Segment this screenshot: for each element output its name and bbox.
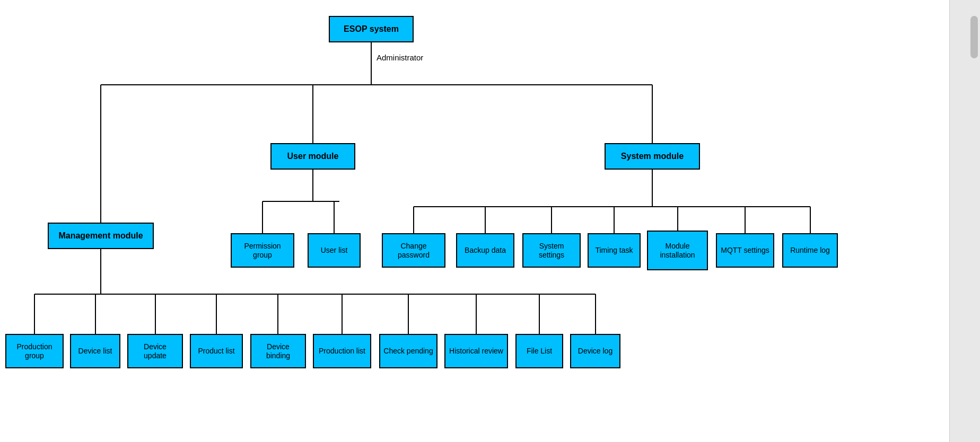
timing-task-node: Timing task xyxy=(588,233,641,268)
change-password-node: Change password xyxy=(382,233,445,268)
user-list-node: User list xyxy=(308,233,361,268)
management-module-node: Management module xyxy=(48,223,154,249)
user-module-node: User module xyxy=(270,143,355,170)
production-group-node: Production group xyxy=(5,334,64,368)
scrollbar-thumb[interactable] xyxy=(970,16,978,58)
file-list-node: File List xyxy=(515,334,563,368)
device-binding-node: Device binding xyxy=(250,334,306,368)
device-list-node: Device list xyxy=(70,334,120,368)
backup-data-node: Backup data xyxy=(456,233,514,268)
system-settings-node: System settings xyxy=(522,233,581,268)
device-update-node: Device update xyxy=(127,334,183,368)
permission-group-node: Permission group xyxy=(231,233,294,268)
product-list-node: Product list xyxy=(190,334,243,368)
historical-review-node: Historical review xyxy=(444,334,508,368)
production-list-node: Production list xyxy=(313,334,371,368)
system-module-node: System module xyxy=(605,143,700,170)
mqtt-settings-node: MQTT settings xyxy=(716,233,774,268)
administrator-label: Administrator xyxy=(377,53,423,62)
scrollbar[interactable] xyxy=(949,0,980,442)
module-installation-node: Module installation xyxy=(647,231,708,270)
check-pending-node: Check pending xyxy=(379,334,438,368)
esop-node: ESOP system xyxy=(329,16,414,42)
device-log-node: Device log xyxy=(570,334,620,368)
runtime-log-node: Runtime log xyxy=(782,233,838,268)
